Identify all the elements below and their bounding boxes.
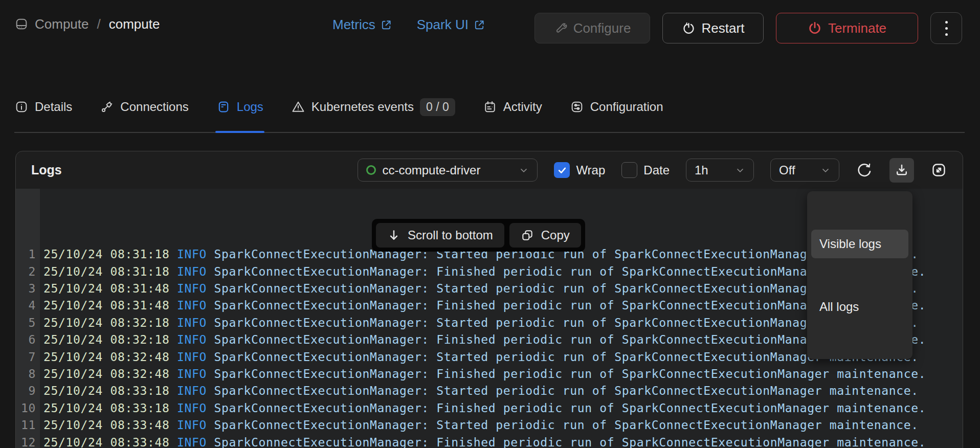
date-toggle[interactable]: Date xyxy=(621,162,670,178)
log-text: 25/10/24 08:31:18 INFO SparkConnectExecu… xyxy=(36,263,926,280)
date-label: Date xyxy=(643,163,670,177)
log-float-toolbar: Scroll to bottom Copy xyxy=(372,219,585,252)
time-window-select[interactable]: 1h xyxy=(686,159,754,182)
kubernetes-events-count-badge: 0 / 0 xyxy=(420,98,455,116)
log-viewer[interactable]: 125/10/24 08:31:18 INFO SparkConnectExec… xyxy=(16,189,963,448)
log-text: 25/10/24 08:32:48 INFO SparkConnectExecu… xyxy=(36,366,926,383)
log-line: 1125/10/24 08:33:48 INFO SparkConnectExe… xyxy=(16,417,963,434)
copy-icon xyxy=(521,229,534,242)
line-number: 4 xyxy=(16,297,36,314)
wrap-label: Wrap xyxy=(576,163,605,177)
download-icon xyxy=(894,163,909,178)
wrench-icon xyxy=(554,21,567,35)
copy-logs-button[interactable]: Copy xyxy=(509,223,581,248)
tab-connections[interactable]: Connections xyxy=(100,82,188,132)
log-text: 25/10/24 08:33:48 INFO SparkConnectExecu… xyxy=(36,434,926,448)
header-links: Metrics Spark UI xyxy=(332,15,485,34)
line-number: 12 xyxy=(16,434,36,448)
line-number: 7 xyxy=(16,349,36,366)
line-number: 5 xyxy=(16,315,36,331)
tab-logs[interactable]: Logs xyxy=(216,82,263,132)
log-text: 25/10/24 08:31:48 INFO SparkConnectExecu… xyxy=(36,280,919,297)
log-line: 1025/10/24 08:33:18 INFO SparkConnectExe… xyxy=(16,400,963,417)
calendar-icon xyxy=(483,100,497,114)
refresh-icon xyxy=(856,162,873,179)
configure-button[interactable]: Configure xyxy=(534,13,650,43)
log-text: 25/10/24 08:33:18 INFO SparkConnectExecu… xyxy=(36,383,919,399)
more-actions-button[interactable] xyxy=(930,12,962,44)
arrow-down-icon xyxy=(387,229,400,242)
date-checkbox[interactable] xyxy=(621,162,637,178)
download-menu: Visible logs All logs xyxy=(807,191,912,359)
tab-bar: Details Connections Logs K xyxy=(14,82,965,133)
compute-drive-icon xyxy=(14,17,29,31)
tab-activity[interactable]: Activity xyxy=(483,82,542,132)
line-number: 6 xyxy=(16,331,36,348)
sliders-icon xyxy=(570,100,584,114)
log-line: 925/10/24 08:33:18 INFO SparkConnectExec… xyxy=(16,383,963,399)
kebab-dot xyxy=(945,33,948,36)
external-link-icon xyxy=(474,19,485,31)
line-number: 11 xyxy=(16,417,36,434)
log-text: 25/10/24 08:33:18 INFO SparkConnectExecu… xyxy=(36,400,926,417)
warning-triangle-icon xyxy=(291,100,305,114)
logs-icon xyxy=(216,100,231,114)
info-icon xyxy=(14,100,29,114)
running-status-icon xyxy=(366,165,376,175)
log-text: 25/10/24 08:32:48 INFO SparkConnectExecu… xyxy=(36,349,919,366)
log-source-select[interactable]: cc-compute-driver xyxy=(358,159,538,182)
tab-kubernetes-events[interactable]: Kubernetes events 0 / 0 xyxy=(291,82,455,132)
chevron-down-icon xyxy=(820,165,831,175)
refresh-button[interactable] xyxy=(856,162,873,179)
logs-controls: cc-compute-driver Wrap Date 1h xyxy=(358,158,947,183)
log-text: 25/10/24 08:33:48 INFO SparkConnectExecu… xyxy=(36,417,919,434)
wrap-toggle[interactable]: Wrap xyxy=(554,162,605,178)
header-actions: Configure Restart Terminate xyxy=(534,12,962,44)
terminate-button[interactable]: Terminate xyxy=(776,13,918,43)
tab-details[interactable]: Details xyxy=(14,82,72,132)
kebab-dot xyxy=(945,21,948,24)
line-number: 3 xyxy=(16,280,36,297)
log-text: 25/10/24 08:31:48 INFO SparkConnectExecu… xyxy=(36,297,926,314)
restart-button[interactable]: Restart xyxy=(662,13,764,43)
line-number: 9 xyxy=(16,383,36,399)
download-logs-button[interactable] xyxy=(889,158,914,183)
chevron-down-icon xyxy=(735,165,745,175)
breadcrumb: Compute / compute xyxy=(14,15,160,33)
logs-panel-header: Logs cc-compute-driver Wrap Date 1h xyxy=(16,151,963,189)
line-number: 8 xyxy=(16,366,36,383)
tab-configuration[interactable]: Configuration xyxy=(570,82,663,132)
log-line: 825/10/24 08:32:48 INFO SparkConnectExec… xyxy=(16,366,963,383)
menu-item-visible-logs[interactable]: Visible logs xyxy=(811,230,908,258)
line-number: 1 xyxy=(16,246,36,263)
spark-ui-link[interactable]: Spark UI xyxy=(417,17,485,33)
power-icon xyxy=(808,21,822,35)
auto-refresh-select[interactable]: Off xyxy=(770,159,839,182)
breadcrumb-separator: / xyxy=(97,16,101,32)
menu-item-all-logs[interactable]: All logs xyxy=(811,293,908,321)
scroll-to-bottom-button[interactable]: Scroll to bottom xyxy=(376,223,504,248)
kebab-dot xyxy=(945,27,948,30)
log-text: 25/10/24 08:32:18 INFO SparkConnectExecu… xyxy=(36,315,919,331)
log-line: 1225/10/24 08:33:48 INFO SparkConnectExe… xyxy=(16,434,963,448)
metrics-link[interactable]: Metrics xyxy=(332,17,392,33)
restart-icon xyxy=(682,21,696,35)
chevron-down-icon xyxy=(519,165,529,175)
wrap-checkbox[interactable] xyxy=(554,162,570,178)
breadcrumb-current: compute xyxy=(109,16,160,32)
line-number: 10 xyxy=(16,400,36,417)
external-link-icon xyxy=(381,19,392,31)
log-text: 25/10/24 08:32:18 INFO SparkConnectExecu… xyxy=(36,331,926,348)
logs-panel: Logs cc-compute-driver Wrap Date 1h xyxy=(15,151,963,448)
logs-panel-title: Logs xyxy=(31,163,62,177)
breadcrumb-section[interactable]: Compute xyxy=(35,16,89,32)
expand-icon xyxy=(930,162,947,178)
expand-button[interactable] xyxy=(930,162,947,178)
line-number: 2 xyxy=(16,263,36,280)
plug-icon xyxy=(100,100,114,114)
